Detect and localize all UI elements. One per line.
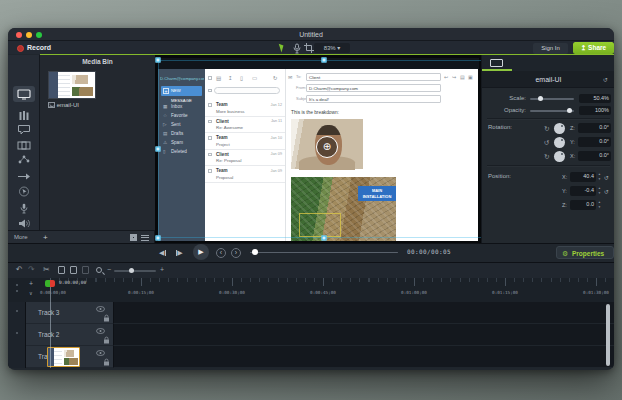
pan-tool[interactable] xyxy=(293,43,301,53)
sidebar-item-transitions[interactable] xyxy=(17,140,31,151)
eye-icon[interactable] xyxy=(96,306,105,312)
reset-all-icon[interactable]: ↺ xyxy=(603,76,608,83)
lock-icon[interactable] xyxy=(103,336,110,344)
selection-handle-bottom-left[interactable] xyxy=(156,236,161,241)
rotate-x-icon: ↻ xyxy=(544,153,549,161)
next-frame-button[interactable]: ▶ xyxy=(175,248,183,258)
timeline-vertical-scrollbar[interactable] xyxy=(606,304,610,366)
sidebar-item-library[interactable] xyxy=(17,110,31,121)
email-ui-thumb xyxy=(49,72,95,98)
rotation-y-knob[interactable] xyxy=(554,137,565,148)
rotation-y-value[interactable]: 0.0° xyxy=(578,137,611,147)
media-item-thumbnail[interactable] xyxy=(48,71,96,99)
timeline-clip-email-ui[interactable] xyxy=(47,347,80,367)
copy-button[interactable] xyxy=(58,266,65,274)
rotation-x-knob[interactable] xyxy=(554,151,565,162)
selected-media-title: email-UI xyxy=(482,76,614,83)
sidebar-item-animations[interactable] xyxy=(17,171,31,182)
add-track-button[interactable]: + xyxy=(29,280,33,287)
opacity-slider-thumb[interactable] xyxy=(567,108,572,113)
properties-toggle-button[interactable]: ⚙ Properties xyxy=(556,246,614,259)
transitions-icon xyxy=(17,140,31,151)
ruler-label: 0:00:45;00 xyxy=(301,290,345,295)
scale-slider-thumb[interactable] xyxy=(538,96,543,101)
cut-button[interactable]: ✂ xyxy=(43,265,50,275)
selection-handle-bottom-center[interactable] xyxy=(322,236,327,241)
position-y-stepper[interactable]: ▴▾ xyxy=(597,186,603,195)
cursor-effects-icon xyxy=(17,186,31,197)
rotation-z-value[interactable]: 0.0° xyxy=(578,123,611,133)
redo-button[interactable]: ↷ xyxy=(28,265,35,275)
position-y-reset-icon[interactable]: ↺ xyxy=(604,188,609,195)
selection-handle-top-center[interactable] xyxy=(322,58,327,63)
microphone-icon xyxy=(17,203,31,214)
canvas-selection-box[interactable] xyxy=(158,60,481,238)
track-header-3[interactable]: Track 3 xyxy=(26,302,114,324)
lock-icon[interactable] xyxy=(103,358,110,366)
eye-icon[interactable] xyxy=(96,328,105,334)
opacity-label: Opacity: xyxy=(482,107,526,113)
list-view-button[interactable] xyxy=(141,235,149,241)
scale-value[interactable]: 50.4% xyxy=(579,94,611,104)
position-x-value[interactable]: 40.4 xyxy=(570,172,596,182)
title-bar: Untitled xyxy=(8,28,614,41)
position-label: Position: xyxy=(470,173,514,179)
sign-in-button[interactable]: Sign In xyxy=(533,43,568,54)
previous-frame-button[interactable]: ◀ xyxy=(159,248,167,258)
edit-cursor-tool[interactable] xyxy=(280,43,284,53)
sidebar-item-media[interactable] xyxy=(17,89,31,100)
ruler-label: 0:01:30;00 xyxy=(574,290,614,295)
position-y-value[interactable]: -0.4 xyxy=(570,186,596,196)
crop-icon xyxy=(304,43,314,53)
more-tools-button[interactable]: More xyxy=(14,234,28,240)
canvas-zoom-dropdown[interactable]: 83% ▾ xyxy=(314,43,350,53)
play-button[interactable]: ▶ xyxy=(193,244,209,260)
add-media-button[interactable]: + xyxy=(43,233,48,242)
media-item-label[interactable]: email-UI xyxy=(48,102,79,108)
playback-timecode: 00:00/00:05 xyxy=(407,248,451,255)
sidebar-item-voice-narration[interactable] xyxy=(17,203,31,214)
playhead-line[interactable] xyxy=(50,287,51,368)
crop-tool[interactable] xyxy=(304,43,314,53)
zoom-in-button[interactable]: + xyxy=(160,265,164,275)
zoom-out-button[interactable]: − xyxy=(107,265,111,275)
sidebar-item-cursor-effects[interactable] xyxy=(17,186,31,197)
grid-view-button[interactable] xyxy=(130,234,137,241)
sidebar-item-audio-effects[interactable] xyxy=(17,218,31,229)
timeline-zoom-slider-thumb[interactable] xyxy=(129,268,134,273)
rotate-y-icon: ↺ xyxy=(544,139,549,147)
position-z-value[interactable]: 0.0 xyxy=(570,200,596,210)
playhead-out-handle[interactable] xyxy=(50,280,55,287)
pan-icon xyxy=(293,43,301,54)
lock-icon[interactable] xyxy=(103,314,110,322)
preview-scrubber-thumb[interactable] xyxy=(252,249,258,255)
jump-forward-button[interactable]: › xyxy=(231,248,241,258)
opacity-value[interactable]: 100% xyxy=(579,106,611,116)
preview-scrubber[interactable] xyxy=(250,252,398,254)
selection-handle-top-left[interactable] xyxy=(156,58,161,63)
jump-back-button[interactable]: ‹ xyxy=(216,248,226,258)
sidebar-item-behaviors[interactable] xyxy=(17,154,31,165)
sidebar-item-annotations[interactable] xyxy=(17,124,31,135)
visual-properties-tab[interactable] xyxy=(490,59,503,67)
split-button[interactable] xyxy=(82,266,89,274)
rotation-z-knob[interactable] xyxy=(554,123,565,134)
zoom-timeline-icon[interactable] xyxy=(96,267,102,273)
canvas[interactable]: D.Charm@company.com + NEW MESSAGE ▦Inbox… xyxy=(155,55,481,243)
timeline-zoom-slider[interactable] xyxy=(114,270,156,272)
position-x-stepper[interactable]: ▴▾ xyxy=(597,172,603,181)
rotation-x-value[interactable]: 0.0° xyxy=(578,151,611,161)
share-button[interactable]: ↥ Share xyxy=(573,42,614,54)
position-x-reset-icon[interactable]: ↺ xyxy=(604,174,609,181)
rotation-label: Rotation: xyxy=(470,124,514,130)
track-header-2[interactable]: Track 2 xyxy=(26,324,114,346)
eye-icon[interactable] xyxy=(96,350,105,356)
position-z-stepper[interactable]: ▴▾ xyxy=(597,200,603,209)
selection-handle-left-middle[interactable] xyxy=(156,147,161,152)
paste-button[interactable] xyxy=(70,266,77,274)
undo-button[interactable]: ↶ xyxy=(16,265,23,275)
app-window: Untitled Record 83% ▾ Sign In ↥ Share xyxy=(8,28,614,370)
record-icon xyxy=(17,45,24,52)
scale-slider[interactable] xyxy=(530,98,574,100)
properties-header: email-UI ↺ xyxy=(482,71,614,88)
